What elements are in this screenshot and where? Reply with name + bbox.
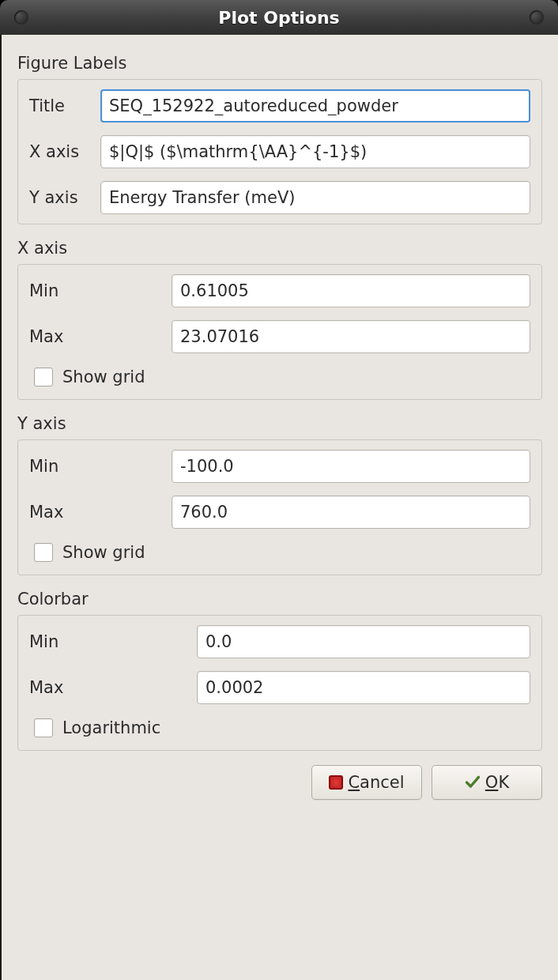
xaxis-label-input[interactable] [100,135,530,168]
xaxis-group: Min Max Show grid [17,264,542,400]
colorbar-group: Min Max Logarithmic [17,615,542,751]
xaxis-max-row: Max [29,320,530,353]
xaxis-min-input[interactable] [172,274,530,307]
window-decoration-right [530,10,544,24]
xaxis-label-row: X axis [29,135,530,168]
xaxis-showgrid-label: Show grid [62,368,145,386]
stop-icon [329,775,343,790]
xaxis-max-input[interactable] [172,320,530,353]
yaxis-label: Y axis [29,188,91,207]
xaxis-min-row: Min [29,274,530,307]
ok-button[interactable]: OK [432,765,542,800]
yaxis-max-input[interactable] [172,496,530,529]
section-yaxis-header: Y axis [17,414,542,433]
colorbar-min-input[interactable] [197,625,530,658]
section-figure-labels-header: Figure Labels [17,54,542,73]
titlebar[interactable]: Plot Options [0,0,558,35]
ok-button-label-rest: K [498,773,509,792]
yaxis-showgrid-row[interactable]: Show grid [34,543,530,562]
yaxis-group: Min Max Show grid [17,439,542,575]
window-title: Plot Options [218,8,339,28]
title-input[interactable] [100,89,530,122]
cancel-button-label-rest: ancel [360,773,404,792]
button-row: Cancel OK [17,765,542,800]
colorbar-max-input[interactable] [197,671,530,704]
colorbar-min-row: Min [29,625,530,658]
ok-icon [465,775,481,790]
colorbar-max-row: Max [29,671,530,704]
window-decoration-left [14,10,28,24]
xaxis-showgrid-row[interactable]: Show grid [34,368,530,386]
dialog-body: Figure Labels Title X axis Y axis X axis… [0,35,558,980]
yaxis-showgrid-label: Show grid [62,543,145,562]
section-xaxis-header: X axis [17,239,542,258]
yaxis-max-row: Max [29,496,530,529]
yaxis-label-input[interactable] [100,181,530,214]
yaxis-showgrid-checkbox[interactable] [34,543,53,562]
cancel-button[interactable]: Cancel [311,765,422,800]
yaxis-min-label: Min [29,457,162,476]
xaxis-max-label: Max [29,327,162,346]
xaxis-showgrid-checkbox[interactable] [34,368,53,386]
colorbar-logarithmic-checkbox[interactable] [34,718,53,737]
xaxis-label: X axis [29,142,91,161]
title-row: Title [29,89,530,122]
yaxis-label-row: Y axis [29,181,530,214]
title-label: Title [29,96,91,115]
xaxis-min-label: Min [29,281,162,300]
yaxis-min-input[interactable] [172,450,530,483]
colorbar-min-label: Min [29,632,187,651]
yaxis-max-label: Max [29,503,162,522]
figure-labels-group: Title X axis Y axis [17,79,542,224]
colorbar-logarithmic-label: Logarithmic [62,718,160,737]
section-colorbar-header: Colorbar [17,590,542,609]
colorbar-max-label: Max [29,678,187,697]
colorbar-logarithmic-row[interactable]: Logarithmic [34,718,530,737]
yaxis-min-row: Min [29,450,530,483]
